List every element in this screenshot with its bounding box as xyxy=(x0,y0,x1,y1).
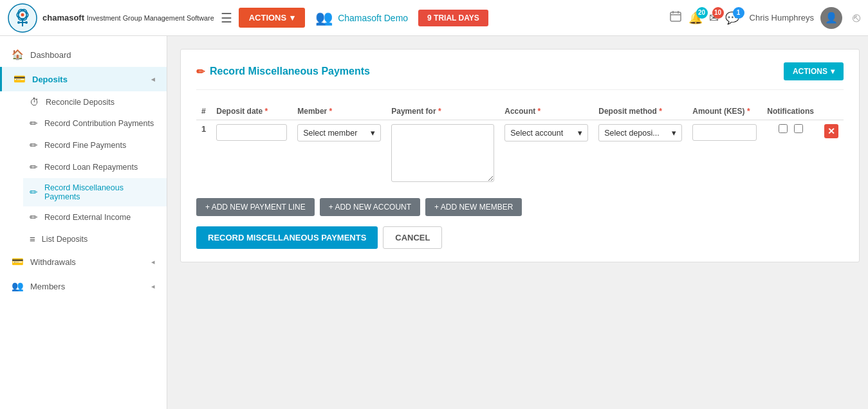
pencil-title-icon: ✏ xyxy=(196,66,205,78)
deposit-method-select[interactable]: Select deposi... ▾ xyxy=(598,124,682,141)
add-account-button[interactable]: + ADD NEW ACCOUNT xyxy=(320,198,420,216)
table-row: 1 Select member ▾ xyxy=(196,120,844,188)
withdrawals-icon: 💳 xyxy=(12,256,24,268)
col-notifications: Notifications xyxy=(762,103,819,120)
main-card: ✏ Record Miscellaneous Payments ACTIONS … xyxy=(180,49,860,262)
col-amount: Amount (KES) * xyxy=(687,103,762,120)
hamburger-menu[interactable]: ☰ xyxy=(221,10,232,26)
sidebar: 🏠 Dashboard 💳 Deposits ◂ ⏱ Reconcile Dep… xyxy=(0,36,167,409)
sidebar-item-reconcile[interactable]: ⏱ Reconcile Deposits xyxy=(23,91,167,113)
misc-icon: ✏ xyxy=(30,186,38,198)
add-member-button[interactable]: + ADD NEW MEMBER xyxy=(425,198,522,216)
bell-badge: 20 xyxy=(696,7,708,19)
loan-icon: ✏ xyxy=(30,161,38,173)
account-cell: Select account ▾ xyxy=(499,120,593,188)
row-number: 1 xyxy=(196,120,211,188)
deposits-icon: 💳 xyxy=(14,73,26,85)
svg-point-0 xyxy=(8,4,37,32)
select-account-chevron: ▾ xyxy=(578,128,582,138)
submit-row: RECORD MISCELLANEOUS PAYMENTS CANCEL xyxy=(196,226,844,249)
sidebar-item-dashboard[interactable]: 🏠 Dashboard xyxy=(0,42,167,67)
payment-for-cell xyxy=(386,120,499,188)
svg-point-7 xyxy=(17,21,20,24)
top-navigation: chamasoft Investment Group Management So… xyxy=(0,0,868,36)
col-account: Account * xyxy=(499,103,593,120)
members-chevron: ◂ xyxy=(151,282,155,291)
members-icon: 👥 xyxy=(12,280,24,292)
sidebar-item-list-deposits[interactable]: ≡ List Deposits xyxy=(23,228,167,250)
sidebar-section-deposits[interactable]: 💳 Deposits ◂ xyxy=(0,67,167,91)
calendar-icon-btn[interactable] xyxy=(669,10,682,26)
cancel-button[interactable]: CANCEL xyxy=(383,226,442,249)
calendar-icon xyxy=(669,10,682,23)
member-cell: Select member ▾ xyxy=(292,120,386,188)
sidebar-item-contribution[interactable]: ✏ Record Contribution Payments xyxy=(23,113,167,134)
user-avatar-icon: 👤 xyxy=(825,12,838,24)
sidebar-deposits-submenu: ⏱ Reconcile Deposits ✏ Record Contributi… xyxy=(0,91,167,250)
notifications-cell xyxy=(762,120,819,188)
col-deposit-date: Deposit date * xyxy=(211,103,292,120)
trial-badge: 9 TRIAL DAYS xyxy=(418,10,488,26)
notification-checkbox-1[interactable] xyxy=(779,124,788,133)
deposit-date-cell xyxy=(211,120,292,188)
amount-input[interactable] xyxy=(692,124,757,141)
bell-icon-btn[interactable]: 🔔 20 xyxy=(688,11,703,25)
message-icon-btn[interactable]: 💬 1 xyxy=(725,11,739,25)
group-icon: 👥 xyxy=(315,10,333,26)
contribution-icon: ✏ xyxy=(30,118,38,129)
svg-point-8 xyxy=(25,21,28,24)
withdrawals-chevron: ◂ xyxy=(151,258,155,266)
fine-icon: ✏ xyxy=(30,140,38,151)
account-select[interactable]: Select account ▾ xyxy=(504,124,588,141)
sidebar-item-loan-repayment[interactable]: ✏ Record Loan Repayments xyxy=(23,156,167,178)
main-content: ✏ Record Miscellaneous Payments ACTIONS … xyxy=(167,36,868,409)
sidebar-section-members[interactable]: 👥 Members ◂ xyxy=(0,274,167,298)
col-num: # xyxy=(196,103,211,120)
top-actions-button[interactable]: ACTIONS ▾ xyxy=(239,8,306,28)
list-icon: ≡ xyxy=(30,233,35,244)
sidebar-item-external[interactable]: ✏ Record External Income xyxy=(23,206,167,228)
payment-form-table: # Deposit date * Member * Payment for * xyxy=(196,103,844,188)
select-deposit-chevron: ▾ xyxy=(672,128,676,138)
col-payment-for: Payment for * xyxy=(386,103,499,120)
logo-area: chamasoft Investment Group Management So… xyxy=(8,3,214,33)
submit-button[interactable]: RECORD MISCELLANEOUS PAYMENTS xyxy=(196,226,378,249)
group-name-area: 👥 Chamasoft Demo xyxy=(315,10,408,26)
add-payment-line-button[interactable]: + ADD NEW PAYMENT LINE xyxy=(196,198,315,216)
logout-icon[interactable]: ⎋ xyxy=(853,10,860,25)
main-layout: 🏠 Dashboard 💳 Deposits ◂ ⏱ Reconcile Dep… xyxy=(0,36,868,409)
mail-badge: 10 xyxy=(712,7,724,19)
deposit-date-input[interactable] xyxy=(216,124,287,141)
card-title: ✏ Record Miscellaneous Payments xyxy=(196,66,370,78)
topnav-right: 🔔 20 ✉ 10 💬 1 Chris Humphreys 👤 ⎋ xyxy=(669,7,860,29)
external-icon: ✏ xyxy=(30,212,38,223)
logo-text: chamasoft Investment Group Management So… xyxy=(42,13,214,23)
card-actions-button[interactable]: ACTIONS ▾ xyxy=(784,62,844,80)
delete-cell: ✕ xyxy=(819,120,844,188)
amount-cell xyxy=(687,120,762,188)
deposits-chevron: ◂ xyxy=(151,75,155,84)
user-avatar[interactable]: 👤 xyxy=(820,7,842,29)
member-select[interactable]: Select member ▾ xyxy=(297,124,381,141)
card-header: ✏ Record Miscellaneous Payments ACTIONS … xyxy=(196,62,844,90)
message-badge: 1 xyxy=(733,7,744,19)
select-member-chevron: ▾ xyxy=(371,128,375,138)
sidebar-item-fine[interactable]: ✏ Record Fine Payments xyxy=(23,134,167,156)
col-member: Member * xyxy=(292,103,386,120)
svg-point-4 xyxy=(21,13,24,16)
mail-icon-btn[interactable]: ✉ 10 xyxy=(709,11,719,25)
notification-checkbox-2[interactable] xyxy=(794,124,803,133)
payment-for-textarea[interactable] xyxy=(391,124,494,182)
col-deposit-method: Deposit method * xyxy=(593,103,687,120)
sidebar-section-withdrawals[interactable]: 💳 Withdrawals ◂ xyxy=(0,250,167,274)
logo-icon xyxy=(8,3,37,33)
deposit-method-cell: Select deposi... ▾ xyxy=(593,120,687,188)
action-buttons-row: + ADD NEW PAYMENT LINE + ADD NEW ACCOUNT… xyxy=(196,198,844,216)
sidebar-item-misc[interactable]: ✏ Record Miscellaneous Payments xyxy=(23,178,167,206)
home-icon: 🏠 xyxy=(12,49,24,60)
user-name: Chris Humphreys xyxy=(750,13,814,23)
reconcile-icon: ⏱ xyxy=(30,96,39,107)
svg-rect-9 xyxy=(670,12,681,21)
delete-row-button[interactable]: ✕ xyxy=(824,124,838,138)
